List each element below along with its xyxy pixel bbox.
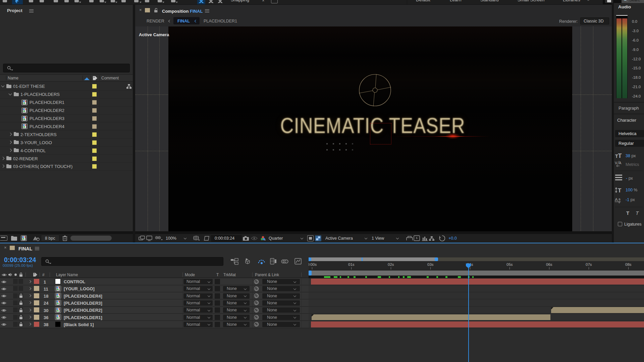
svg-text:V: V [615, 161, 618, 165]
svg-text:T: T [618, 187, 622, 193]
svg-text:A: A [615, 197, 618, 202]
svg-text:a: a [619, 197, 621, 201]
svg-text:A: A [619, 161, 622, 165]
